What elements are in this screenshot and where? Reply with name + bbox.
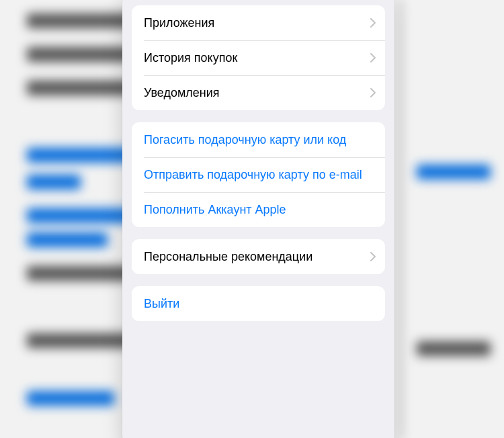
group-navigation: Приложения История покупок Уведомления xyxy=(132,5,385,110)
row-label: Погасить подарочную карту или код xyxy=(144,132,376,148)
chevron-right-icon xyxy=(370,53,376,62)
chevron-right-icon xyxy=(370,18,376,28)
row-label: Приложения xyxy=(144,15,370,31)
chevron-right-icon xyxy=(370,252,376,261)
row-label: Уведомления xyxy=(144,85,370,101)
row-label: Пополнить Аккаунт Apple xyxy=(144,202,376,218)
row-redeem-gift-card[interactable]: Погасить подарочную карту или код xyxy=(132,122,385,157)
row-send-gift-card[interactable]: Отправить подарочную карту по e-mail xyxy=(132,157,385,192)
chevron-right-icon xyxy=(370,88,376,97)
row-label: Персональные рекомендации xyxy=(144,249,370,265)
row-notifications[interactable]: Уведомления xyxy=(132,75,385,110)
account-sheet: Приложения История покупок Уведомления П… xyxy=(122,0,394,438)
row-personal-recommendations[interactable]: Персональные рекомендации xyxy=(132,239,385,274)
group-recommendations: Персональные рекомендации xyxy=(132,239,385,274)
row-add-funds[interactable]: Пополнить Аккаунт Apple xyxy=(132,192,385,227)
row-label: Выйти xyxy=(144,296,376,312)
row-label: Отправить подарочную карту по e-mail xyxy=(144,167,376,183)
row-label: История покупок xyxy=(144,50,370,66)
row-apps[interactable]: Приложения xyxy=(132,5,385,40)
group-gift-cards: Погасить подарочную карту или код Отправ… xyxy=(132,122,385,227)
row-sign-out[interactable]: Выйти xyxy=(132,286,385,321)
group-signout: Выйти xyxy=(132,286,385,321)
row-purchase-history[interactable]: История покупок xyxy=(132,40,385,75)
